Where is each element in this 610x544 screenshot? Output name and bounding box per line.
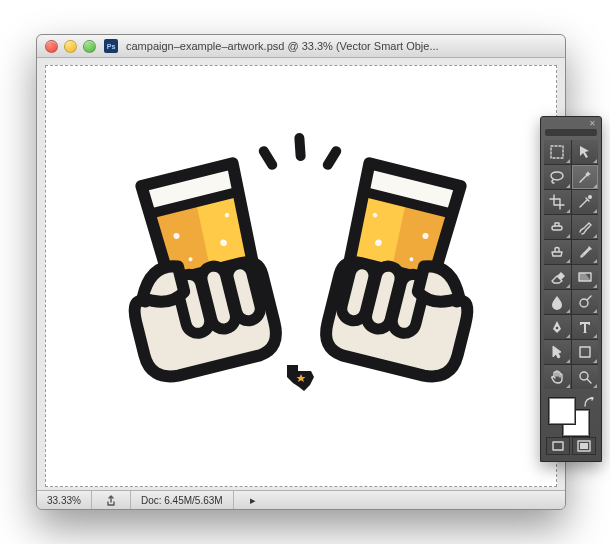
standard-mode-button[interactable] bbox=[546, 437, 570, 455]
canvas[interactable] bbox=[45, 65, 557, 487]
move-tool[interactable] bbox=[572, 140, 599, 164]
screen-mode-button[interactable] bbox=[572, 437, 596, 455]
eraser-tool[interactable] bbox=[544, 265, 571, 289]
clone-stamp-tool[interactable] bbox=[544, 240, 571, 264]
zoom-level[interactable]: 33.33% bbox=[37, 491, 92, 509]
photoshop-window: Ps campaign–example–artwork.psd @ 33.3% … bbox=[36, 34, 566, 510]
blur-tool[interactable] bbox=[544, 290, 571, 314]
path-selection-tool[interactable] bbox=[544, 340, 571, 364]
statusbar: 33.33% Doc: 6.45M/5.63M ▸ bbox=[37, 490, 565, 509]
artwork-beer-cheers bbox=[111, 117, 491, 417]
svg-rect-28 bbox=[551, 146, 563, 158]
panel-header[interactable]: ✕ bbox=[541, 117, 601, 129]
document-title: campaign–example–artwork.psd @ 33.3% (Ve… bbox=[124, 40, 557, 52]
window-controls bbox=[45, 40, 96, 53]
dodge-tool[interactable] bbox=[572, 290, 599, 314]
pen-tool[interactable] bbox=[544, 315, 571, 339]
shape-tool[interactable] bbox=[572, 340, 599, 364]
titlebar[interactable]: Ps campaign–example–artwork.psd @ 33.3% … bbox=[37, 35, 565, 58]
status-menu-icon[interactable]: ▸ bbox=[234, 491, 272, 509]
close-button[interactable] bbox=[45, 40, 58, 53]
svg-point-33 bbox=[556, 327, 559, 330]
swap-colors-icon[interactable] bbox=[584, 397, 594, 407]
history-brush-tool[interactable] bbox=[572, 240, 599, 264]
svg-point-29 bbox=[588, 195, 592, 199]
spot-healing-tool[interactable] bbox=[544, 215, 571, 239]
zoom-button[interactable] bbox=[83, 40, 96, 53]
panel-tabwell[interactable] bbox=[545, 129, 597, 136]
magic-wand-tool[interactable] bbox=[572, 165, 599, 189]
hand-tool[interactable] bbox=[544, 365, 571, 389]
svg-rect-0 bbox=[294, 133, 306, 162]
crop-tool[interactable] bbox=[544, 190, 571, 214]
lasso-tool[interactable] bbox=[544, 165, 571, 189]
marquee-tool[interactable] bbox=[544, 140, 571, 164]
doc-size[interactable]: Doc: 6.45M/5.63M bbox=[131, 491, 234, 509]
svg-rect-2 bbox=[321, 144, 343, 171]
minimize-button[interactable] bbox=[64, 40, 77, 53]
eyedropper-tool[interactable] bbox=[572, 190, 599, 214]
close-icon[interactable]: ✕ bbox=[589, 119, 596, 128]
svg-rect-30 bbox=[552, 226, 562, 230]
gradient-tool[interactable] bbox=[572, 265, 599, 289]
svg-rect-34 bbox=[580, 347, 590, 357]
svg-rect-36 bbox=[553, 442, 563, 450]
share-icon[interactable] bbox=[92, 491, 131, 509]
brush-tool[interactable] bbox=[572, 215, 599, 239]
tools-panel[interactable]: ✕ bbox=[540, 116, 602, 462]
color-swatches[interactable] bbox=[544, 395, 598, 435]
zoom-tool[interactable] bbox=[572, 365, 599, 389]
foreground-color-swatch[interactable] bbox=[548, 397, 576, 425]
type-tool[interactable] bbox=[572, 315, 599, 339]
photoshop-icon: Ps bbox=[104, 39, 118, 53]
svg-rect-38 bbox=[580, 443, 588, 449]
svg-rect-1 bbox=[257, 144, 279, 171]
